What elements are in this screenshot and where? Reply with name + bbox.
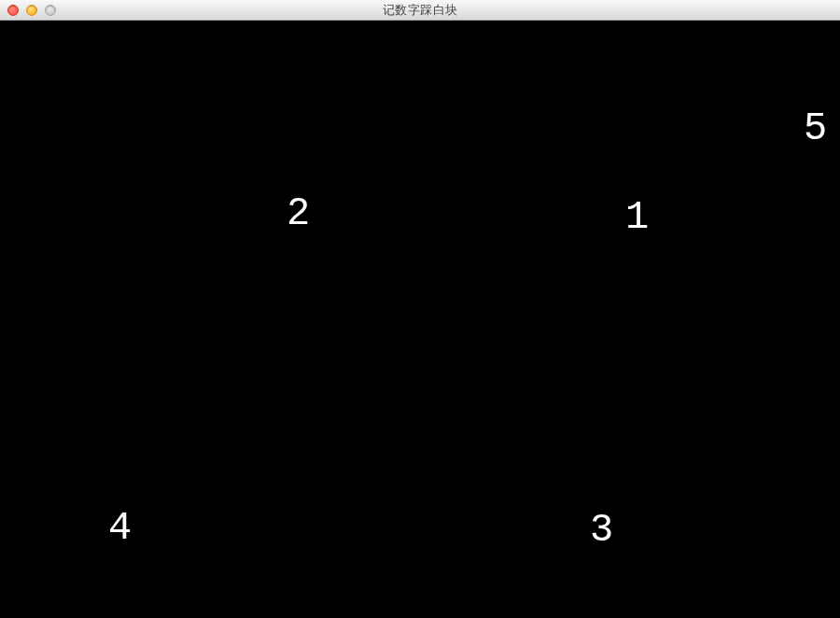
minimize-icon[interactable] [26, 5, 37, 16]
number-tile-2[interactable]: 2 [287, 194, 310, 233]
close-icon[interactable] [7, 5, 19, 16]
number-tile-4[interactable]: 4 [108, 509, 132, 548]
number-tile-3[interactable]: 3 [590, 511, 613, 550]
app-window: 记数字踩白块 1 2 3 4 5 [0, 0, 840, 618]
number-tile-5[interactable]: 5 [804, 109, 827, 148]
traffic-lights [0, 5, 56, 16]
game-area[interactable]: 1 2 3 4 5 [0, 21, 840, 618]
maximize-icon[interactable] [45, 5, 56, 16]
number-tile-1[interactable]: 1 [625, 198, 649, 237]
window-title: 记数字踩白块 [383, 2, 458, 19]
titlebar: 记数字踩白块 [0, 0, 840, 21]
